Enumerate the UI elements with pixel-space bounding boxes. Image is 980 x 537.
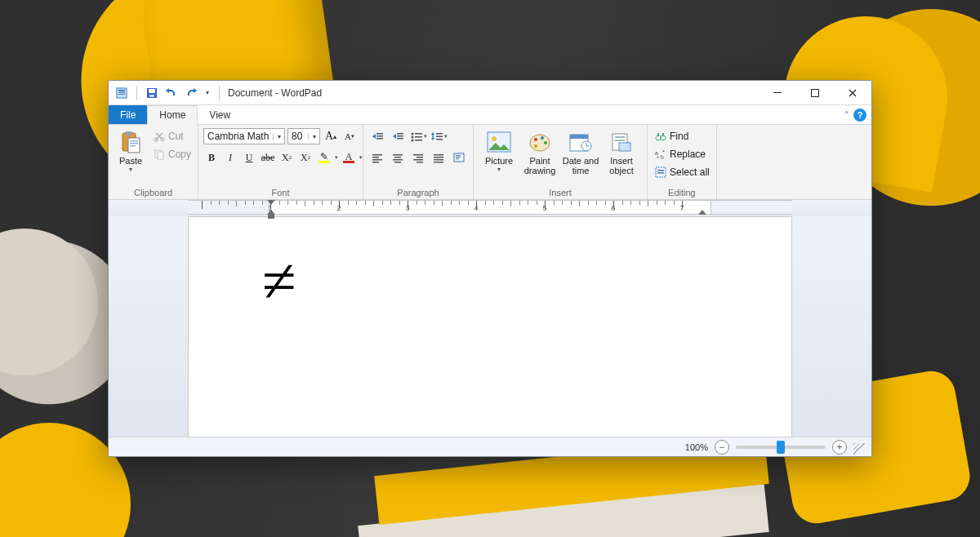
svg-rect-54	[456, 158, 459, 159]
increase-indent-button[interactable]	[389, 128, 407, 144]
paste-button[interactable]: Paste ▾	[114, 128, 148, 182]
document-content: ≠	[262, 250, 718, 312]
document-page[interactable]: ≠	[188, 216, 792, 437]
wordpad-window: ▾ Document - WordPad File Home View ˄ ? …	[108, 80, 872, 457]
cut-label: Cut	[168, 131, 184, 142]
horizontal-ruler[interactable]: 1234567	[188, 200, 792, 215]
line-spacing-button[interactable]: ▾	[430, 128, 448, 144]
copy-button[interactable]: Copy	[151, 146, 193, 162]
copy-label: Copy	[168, 149, 191, 160]
svg-rect-48	[434, 157, 443, 158]
cut-button[interactable]: Cut	[151, 128, 193, 144]
strikethrough-button[interactable]: abc	[260, 149, 276, 166]
svg-rect-19	[376, 133, 383, 135]
help-icon[interactable]: ?	[853, 109, 866, 122]
tab-view[interactable]: View	[198, 105, 242, 124]
align-center-button[interactable]	[389, 149, 407, 166]
ribbon-tabs: File Home View ˄ ?	[109, 105, 871, 125]
svg-point-25	[411, 133, 413, 135]
grow-font-button[interactable]: A▴	[323, 128, 339, 144]
zoom-slider[interactable]	[736, 446, 826, 449]
bold-button[interactable]: B	[203, 149, 220, 166]
zoom-out-button[interactable]: −	[715, 440, 729, 455]
insert-picture-button[interactable]: Picture▾	[479, 128, 519, 182]
minimize-button[interactable]	[759, 81, 796, 105]
window-controls	[759, 81, 871, 105]
save-icon[interactable]	[144, 85, 160, 101]
select-all-label: Select all	[670, 166, 710, 178]
collapse-ribbon-icon[interactable]: ˄	[844, 110, 849, 119]
svg-point-59	[541, 136, 544, 140]
svg-point-27	[411, 140, 413, 142]
align-right-button[interactable]	[409, 149, 427, 166]
svg-rect-49	[434, 159, 443, 161]
undo-icon[interactable]	[163, 85, 180, 101]
paragraph-dialog-button[interactable]	[450, 149, 468, 166]
tab-file[interactable]: File	[109, 105, 147, 124]
zoom-label: 100%	[685, 442, 708, 452]
highlighter-icon: ✎	[320, 153, 328, 161]
insert-datetime-button[interactable]: Date and time	[560, 128, 601, 182]
italic-button[interactable]: I	[222, 149, 238, 166]
group-paragraph: ▾ ▾ Paragraph	[363, 125, 474, 199]
subscript-button[interactable]: X2	[278, 149, 295, 166]
font-size-combo[interactable]: 80▾	[287, 128, 320, 144]
resize-grip[interactable]	[853, 443, 865, 455]
qat-customize-icon[interactable]: ▾	[203, 85, 212, 101]
svg-rect-43	[413, 154, 423, 156]
title-bar: ▾ Document - WordPad	[109, 81, 871, 105]
window-title: Document - WordPad	[228, 87, 322, 99]
svg-rect-14	[130, 145, 136, 147]
select-all-button[interactable]: Select all	[653, 164, 711, 180]
datetime-label: Date and time	[560, 156, 601, 175]
close-button[interactable]	[834, 81, 871, 105]
underline-button[interactable]: U	[241, 149, 257, 166]
highlight-color-button[interactable]: ✎	[316, 149, 332, 166]
align-left-button[interactable]	[368, 149, 386, 166]
group-font: Cambria Math▾ 80▾ A▴ A▾ B I U abc X2 X2	[198, 125, 363, 199]
object-label: Insert object	[601, 156, 642, 175]
document-area: ≠	[109, 216, 871, 437]
svg-rect-22	[397, 133, 403, 135]
svg-rect-6	[149, 95, 154, 97]
svg-point-58	[534, 138, 537, 141]
binoculars-icon	[654, 130, 667, 143]
app-icon[interactable]	[114, 85, 130, 101]
bullets-button[interactable]: ▾	[409, 128, 427, 144]
svg-rect-41	[393, 159, 403, 161]
font-name-combo[interactable]: Cambria Math▾	[203, 128, 285, 144]
paint-label: Paint drawing	[519, 156, 560, 175]
maximize-button[interactable]	[796, 81, 834, 105]
svg-rect-1	[118, 90, 125, 91]
svg-rect-30	[415, 140, 422, 141]
group-label-insert: Insert	[479, 186, 642, 197]
decrease-indent-button[interactable]	[368, 128, 386, 144]
insert-paint-button[interactable]: Paint drawing	[519, 128, 560, 182]
svg-rect-35	[372, 154, 382, 156]
svg-point-26	[411, 136, 413, 139]
svg-rect-68	[619, 143, 630, 151]
svg-rect-40	[394, 157, 401, 158]
redo-icon[interactable]	[183, 85, 199, 101]
ruler-area: 1234567	[109, 200, 871, 216]
replace-button[interactable]: ab Replace	[653, 146, 707, 162]
font-size-value: 80	[288, 131, 308, 142]
font-color-button[interactable]: A	[341, 149, 357, 166]
justify-button[interactable]	[430, 149, 448, 166]
ribbon: Paste ▾ Cut Copy Clipboard	[109, 125, 871, 200]
svg-rect-10	[126, 131, 132, 135]
status-bar: 100% − +	[109, 437, 871, 456]
svg-rect-44	[416, 157, 423, 158]
superscript-button[interactable]: X2	[297, 149, 314, 166]
zoom-in-button[interactable]: +	[832, 440, 847, 455]
svg-rect-23	[397, 135, 403, 137]
svg-rect-67	[615, 140, 625, 141]
svg-rect-46	[416, 162, 423, 163]
tab-home[interactable]: Home	[147, 105, 198, 125]
find-button[interactable]: Find	[653, 128, 690, 144]
svg-rect-39	[393, 154, 403, 156]
shrink-font-button[interactable]: A▾	[341, 128, 358, 144]
svg-rect-77	[657, 172, 664, 174]
insert-object-button[interactable]: Insert object	[601, 128, 642, 182]
svg-rect-24	[397, 138, 403, 140]
